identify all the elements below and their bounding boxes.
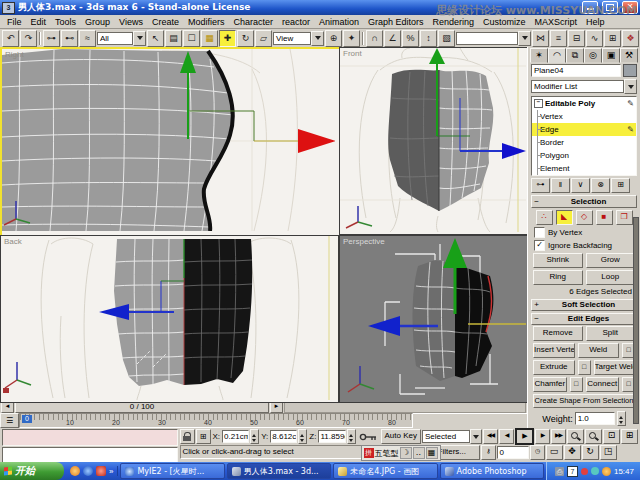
frame-indicator[interactable]: 0 bbox=[22, 415, 32, 423]
menu-character[interactable]: Character bbox=[229, 17, 277, 27]
ime-softkeyboard-icon[interactable]: ▦ bbox=[426, 447, 438, 459]
viewport-back-label[interactable]: Back bbox=[4, 237, 22, 246]
border-subobject-button[interactable]: ◇ bbox=[576, 210, 593, 225]
dropdown-arrow-icon[interactable] bbox=[311, 31, 324, 46]
ime-logo-icon[interactable]: 拼 bbox=[364, 448, 374, 458]
viewport-perspective-label[interactable]: Perspective bbox=[343, 237, 385, 246]
tab-hierarchy[interactable]: ⧉ bbox=[566, 48, 584, 63]
menu-animation[interactable]: Animation bbox=[315, 17, 363, 27]
x-axis-arrow[interactable] bbox=[368, 316, 400, 336]
menu-reactor[interactable]: reactor bbox=[278, 17, 314, 27]
track-bar-ruler[interactable]: 0 10 20 30 40 50 60 70 80 bbox=[19, 413, 413, 428]
viewport-perspective-canvas[interactable] bbox=[340, 236, 526, 400]
extrude-button[interactable]: Extrude bbox=[533, 360, 575, 375]
tab-display[interactable]: ▣ bbox=[602, 48, 620, 63]
mini-listener-button[interactable]: ☰ bbox=[0, 413, 19, 428]
mirror-button[interactable]: ⋈ bbox=[532, 30, 549, 47]
use-pivot-center-button[interactable]: ⊕ bbox=[325, 30, 342, 47]
viewport-front-canvas[interactable] bbox=[340, 48, 526, 232]
selection-rollout-header[interactable]: − Selection bbox=[531, 195, 637, 207]
start-button[interactable]: 开始 bbox=[0, 462, 64, 480]
chamfer-settings-button[interactable]: □ bbox=[570, 377, 583, 392]
angle-snap-button[interactable]: ∠ bbox=[384, 30, 401, 47]
by-vertex-checkbox[interactable] bbox=[534, 227, 545, 238]
soft-selection-rollout-header[interactable]: + Soft Selection bbox=[531, 299, 637, 311]
taskbar-item-photoshop[interactable]: Adobe Photoshop bbox=[440, 463, 544, 479]
key-mode-toggle[interactable]: ⚷ bbox=[481, 445, 496, 460]
printer-tray-icon[interactable]: ⎙ bbox=[555, 467, 564, 476]
rollout-scrollbar[interactable] bbox=[633, 217, 639, 424]
selection-lock-button[interactable] bbox=[180, 429, 195, 444]
material-editor-button[interactable]: ❖ bbox=[622, 30, 639, 47]
object-color-swatch[interactable] bbox=[623, 64, 637, 77]
x-axis-arrow[interactable] bbox=[298, 129, 335, 153]
go-to-end-button[interactable]: ▶▶ bbox=[551, 429, 566, 444]
time-configuration-button[interactable]: ◷ bbox=[530, 445, 545, 460]
ime-mode-label[interactable]: 五笔型 bbox=[375, 448, 399, 459]
target-weld-button[interactable]: Target Weld bbox=[594, 360, 636, 375]
taskbar-item-3dsmax[interactable]: 男人体3.max - 3d... bbox=[227, 463, 331, 479]
viewport-front-label[interactable]: Front bbox=[343, 49, 362, 58]
key-selection-dropdown[interactable]: Selected bbox=[422, 430, 482, 443]
pan-button[interactable]: ✥ bbox=[564, 445, 581, 460]
weight-spinner[interactable] bbox=[617, 411, 626, 426]
x-axis-arrow[interactable] bbox=[99, 304, 129, 320]
menu-help[interactable]: Help bbox=[582, 17, 609, 27]
viewport-front[interactable]: Front bbox=[339, 47, 529, 235]
arc-rotate-button[interactable]: ↻ bbox=[582, 445, 599, 460]
tab-create[interactable]: ✶ bbox=[530, 48, 548, 63]
show-end-result-button[interactable]: ‖ bbox=[551, 178, 570, 193]
menu-file[interactable]: File bbox=[3, 17, 26, 27]
stack-item-border[interactable]: Border bbox=[532, 136, 636, 149]
polygon-subobject-button[interactable]: ■ bbox=[596, 210, 613, 225]
extrude-settings-button[interactable]: □ bbox=[578, 360, 591, 375]
taskbar-item-paint[interactable]: 未命名4.JPG - 画图 bbox=[333, 463, 437, 479]
region-zoom-button[interactable]: ▭ bbox=[546, 445, 563, 460]
minimize-button[interactable] bbox=[582, 1, 598, 14]
snap-toggle-button[interactable]: ∩ bbox=[366, 30, 383, 47]
shrink-button[interactable]: Shrink bbox=[533, 253, 583, 268]
mesh-surface-dark[interactable] bbox=[455, 264, 493, 378]
select-and-move-button[interactable]: ✚ bbox=[219, 30, 236, 47]
x-coordinate-field[interactable]: 0.21cm bbox=[222, 430, 249, 443]
menu-maxscript[interactable]: MAXScript bbox=[531, 17, 582, 27]
select-by-name-button[interactable]: ▤ bbox=[165, 30, 182, 47]
stack-item-editable-poly[interactable]: − Editable Poly ✎ bbox=[532, 97, 636, 110]
chamfer-button[interactable]: Chamfer bbox=[533, 377, 567, 392]
x-spinner[interactable] bbox=[250, 429, 259, 444]
clock-tray-icon[interactable] bbox=[591, 467, 599, 475]
align-button[interactable]: ≡ bbox=[550, 30, 567, 47]
play-button[interactable]: ▶ bbox=[515, 428, 534, 445]
reference-coordinate-dropdown[interactable]: View bbox=[273, 32, 324, 45]
insert-vertex-button[interactable]: Insert Vertex bbox=[533, 343, 575, 358]
ime-punctuation-icon[interactable]: ‥ bbox=[413, 447, 425, 459]
close-button[interactable]: ✕ bbox=[622, 1, 638, 14]
spinner-snap-button[interactable]: ↕ bbox=[420, 30, 437, 47]
pin-stack-button[interactable]: ⊶ bbox=[531, 178, 550, 193]
menu-group[interactable]: Group bbox=[81, 17, 114, 27]
zoom-extents-all-button[interactable]: ⊞ bbox=[621, 429, 638, 444]
named-selection-sets-button[interactable]: ▧ bbox=[438, 30, 455, 47]
maxscript-listener-white[interactable] bbox=[2, 447, 178, 463]
menu-rendering[interactable]: Rendering bbox=[429, 17, 479, 27]
stack-item-edge[interactable]: Edge ✎ bbox=[532, 123, 636, 136]
create-shape-button[interactable]: Create Shape From Selection bbox=[533, 394, 635, 408]
viewport-perspective[interactable]: Perspective bbox=[339, 235, 529, 403]
restore-button[interactable] bbox=[602, 1, 618, 14]
connect-button[interactable]: Connect bbox=[586, 377, 620, 392]
ime-toolbar[interactable]: 拼 五笔型 ☽ ‥ ▦ bbox=[361, 445, 441, 461]
edit-edges-rollout-header[interactable]: − Edit Edges bbox=[531, 313, 637, 325]
select-and-manipulate-button[interactable]: ✦ bbox=[343, 30, 360, 47]
qq-tray-icon[interactable] bbox=[602, 467, 611, 476]
current-frame-field[interactable]: 0 bbox=[497, 446, 529, 459]
viewport-right-label[interactable]: Right bbox=[5, 50, 24, 59]
selection-region-button[interactable]: ☐ bbox=[183, 30, 200, 47]
window-crossing-button[interactable]: ▦ bbox=[201, 30, 218, 47]
undo-button[interactable]: ↶ bbox=[2, 30, 19, 47]
absolute-offset-toggle[interactable]: ⊞ bbox=[196, 429, 211, 444]
select-object-button[interactable]: ↖ bbox=[147, 30, 164, 47]
curve-editor-button[interactable]: ∿ bbox=[586, 30, 603, 47]
modifier-list-dropdown[interactable]: Modifier List bbox=[531, 79, 637, 94]
remove-button[interactable]: Remove bbox=[533, 326, 583, 341]
menu-graph-editors[interactable]: Graph Editors bbox=[364, 17, 428, 27]
